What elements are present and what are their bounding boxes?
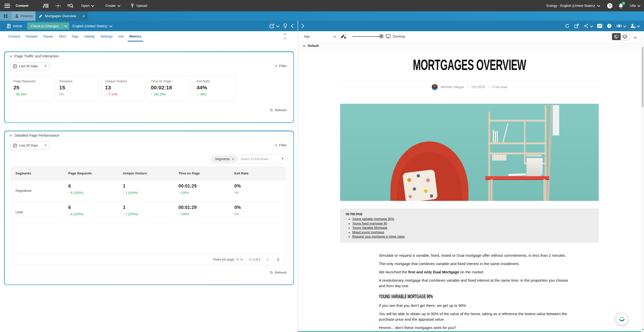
table-row-lead[interactable]: Lead 6 ↑ 6 (100%) 1 ↑ 1 (100%) 00:01:29 … [12, 202, 285, 223]
remove-chip-icon[interactable]: × [232, 157, 234, 161]
tab-content[interactable]: Content [6, 31, 23, 42]
metric-label: Time on Page [151, 79, 187, 83]
tab-mortgages-overview[interactable]: Mortgages Overview × [35, 11, 88, 21]
hero-book [497, 131, 498, 142]
divider [340, 81, 599, 81]
performance-section-header[interactable]: Detailed Page Performance [10, 133, 59, 137]
arrow-down-icon: ↓ [197, 93, 198, 96]
help-icon[interactable]: ? [607, 3, 613, 9]
layout-single-view-button[interactable] [612, 33, 621, 40]
traffic-filter-button[interactable]: + Filter [275, 64, 287, 68]
language-selector[interactable]: English (United States) [72, 21, 112, 31]
author-name[interactable]: Michelle Villegas [441, 85, 464, 89]
tab-scroll-controls [284, 31, 286, 42]
feedback-smiley-button[interactable] [616, 313, 628, 325]
metric-delta-value: 183.25% [153, 93, 166, 96]
paragraph: Hmmm... don't these mortgages work for y… [379, 325, 570, 330]
magnolia-logo-icon [42, 4, 49, 8]
ai-assistant-button[interactable] [269, 23, 279, 29]
app-launcher-button[interactable] [0, 11, 12, 21]
create-menu[interactable]: Create [105, 4, 120, 8]
tab-related[interactable]: Related [23, 31, 40, 42]
refresh-preview-icon[interactable] [565, 23, 570, 28]
tab-seo[interactable]: SEO [56, 31, 69, 42]
hero-book [495, 131, 496, 142]
traffic-section-header[interactable]: Page Traffic and Interaction [10, 54, 59, 58]
site-selector[interactable]: Energy - English (United States) [546, 4, 600, 8]
user-menu[interactable]: Ulla [630, 4, 640, 8]
performance-date-range-select[interactable]: Last 30 Days [10, 141, 49, 150]
tab-tags[interactable]: Tags [69, 31, 82, 42]
paragraph: You will be able to obtain up to 90% of … [379, 311, 570, 322]
metric-label: Unique Visitors [105, 79, 141, 83]
scrollbar-down-arrow[interactable] [641, 329, 644, 330]
tab-metrics[interactable]: Metrics [127, 31, 144, 42]
article-column: Mortgages Overview Michelle Villegas • 1… [340, 50, 599, 332]
chevron-up-icon[interactable] [284, 33, 286, 36]
top-bar-right: Energy - English (United States) ? 8 Ull… [546, 3, 640, 9]
edit-styles-icon[interactable] [340, 33, 346, 39]
tab-teaser[interactable]: Teaser [40, 31, 56, 42]
cell-unique-visitors: 1 ↑ 1 (100%) [119, 180, 175, 201]
search-icon[interactable] [67, 3, 74, 8]
preview-scrollbar[interactable] [641, 31, 644, 332]
toolbar-right-icons [269, 21, 295, 31]
tab-finance[interactable]: Finance [12, 11, 35, 21]
segments-chip[interactable]: Segments × [212, 156, 238, 163]
on-this-page-box: On this page Young variable mortgage 90%… [340, 208, 599, 243]
toc-link-young-variable[interactable]: Young Variable Mortgage [352, 226, 387, 230]
toc-item: Young fixed mortgage 90 [352, 222, 593, 226]
slider-handle[interactable] [380, 34, 383, 38]
scrollbar-thumb[interactable] [642, 47, 643, 107]
toc-link-young-fixed-90[interactable]: Young fixed mortgage 90 [352, 222, 387, 225]
preview-target-select[interactable]: App [304, 31, 336, 42]
next-page-button[interactable] [275, 258, 279, 261]
dropdown-arrow-icon [45, 65, 47, 67]
preview-zoom-slider[interactable] [352, 36, 383, 37]
chevron-down-icon [303, 44, 305, 47]
personas-icon[interactable] [630, 23, 639, 28]
byline-separator: • [488, 85, 489, 89]
traffic-section-title: Page Traffic and Interaction [15, 54, 59, 58]
visibility-eye-icon[interactable] [616, 24, 626, 28]
share-icon[interactable] [583, 23, 593, 28]
chevron-down-icon[interactable] [284, 36, 286, 39]
preview-section-header[interactable]: Default [298, 42, 641, 50]
traffic-date-range-select[interactable]: Last 30 Days [10, 62, 49, 70]
layout-options-chevron[interactable] [634, 35, 636, 40]
cell-value: 00:01:29 [179, 205, 230, 210]
open-menu[interactable]: Open [81, 4, 94, 8]
rows-per-page-control[interactable]: Rows per page 5 [213, 258, 243, 261]
toc-link-young-variable-90[interactable]: Young variable mortgage 90% [352, 217, 394, 221]
analytics-image-icon[interactable] [597, 24, 602, 28]
history-clock-icon[interactable] [607, 23, 612, 28]
toc-link-mixed-young[interactable]: Mixed young mortgage [352, 231, 384, 234]
expand-panel-button[interactable] [300, 21, 303, 31]
hamburger-menu-icon[interactable] [5, 4, 10, 8]
chevron-down-icon [91, 4, 94, 7]
performance-refresh-button[interactable]: ↻ Refresh [270, 270, 287, 275]
table-row-registered[interactable]: Registered 6 ↑ 6 (100%) 1 ↑ 1 (100%) 00:… [12, 180, 285, 202]
locate-page-icon[interactable] [55, 3, 61, 8]
paragraph: We launched the first and only Dual Mort… [379, 269, 570, 275]
drilldown-control[interactable]: Segments × Select a Drill-Down [210, 154, 287, 164]
tab-settings[interactable]: Settings [98, 31, 115, 42]
tab-info[interactable]: Info [115, 31, 127, 42]
notifications-bell-icon[interactable]: 8 [618, 3, 623, 9]
tab-validity[interactable]: Validity [81, 31, 98, 42]
lightbulb-icon[interactable] [283, 23, 287, 29]
preview-bottom-section-edge [298, 331, 641, 332]
close-icon[interactable]: × [83, 14, 85, 18]
performance-filter-button[interactable]: + Filter [275, 143, 287, 147]
upload-button[interactable]: Upload [130, 4, 147, 8]
collapse-panel-button[interactable] [292, 24, 295, 27]
check-in-changes-button[interactable]: Check-In Changes [27, 22, 69, 29]
check-in-dropdown-button[interactable] [63, 25, 69, 27]
traffic-refresh-button[interactable]: ↻ Refresh [270, 108, 287, 113]
toc-link-request-three-steps[interactable]: Request your mortgage in three steps [352, 235, 405, 238]
metric-card-exit-rate: Exit Rate 44% ↓-36% [193, 76, 236, 101]
layout-split-view-button[interactable] [621, 33, 629, 40]
previous-page-button[interactable] [266, 258, 270, 261]
metric-delta-value: 0% [59, 93, 64, 96]
open-in-new-window-icon[interactable] [574, 23, 579, 28]
